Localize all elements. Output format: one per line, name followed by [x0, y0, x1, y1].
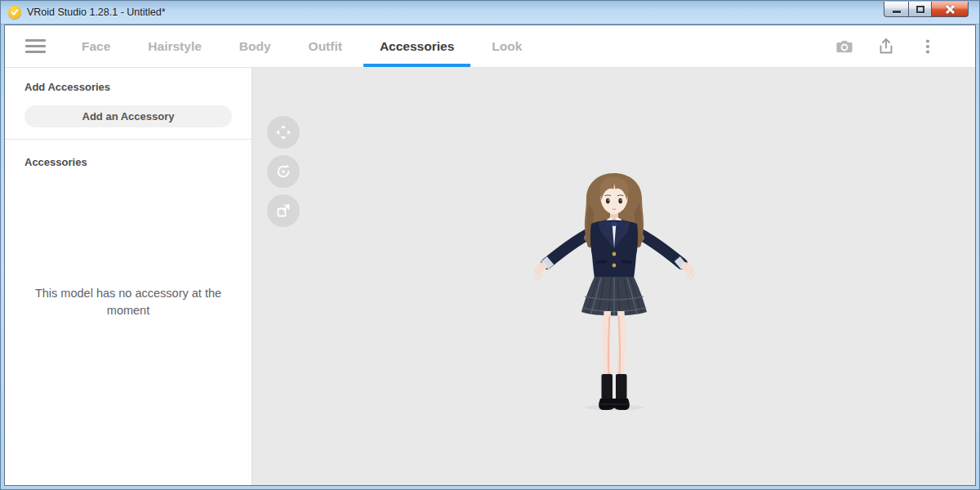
fit-view-button[interactable]: [267, 194, 300, 227]
model-viewport[interactable]: [252, 68, 975, 485]
export-button[interactable]: [876, 37, 896, 56]
tabbar-actions: [835, 25, 975, 67]
kebab-menu-icon: [918, 37, 938, 56]
tab-hairstyle[interactable]: Hairstyle: [131, 25, 217, 67]
rotate-icon: [274, 162, 293, 181]
accessories-list-heading: Accessories: [24, 156, 232, 168]
maximize-button[interactable]: [908, 2, 932, 17]
tab-body[interactable]: Body: [223, 25, 287, 67]
add-accessory-button[interactable]: Add an Accessory: [24, 105, 232, 127]
app-content: Face Hairstyle Body Outfit Accessories L…: [4, 24, 976, 486]
tab-group: Face Hairstyle Body Outfit Accessories L…: [65, 25, 538, 67]
close-icon: [945, 4, 955, 14]
character-model[interactable]: [532, 172, 696, 411]
window-title: VRoid Studio 1.28.1 - Untitled*: [27, 7, 166, 18]
titlebar[interactable]: VRoid Studio 1.28.1 - Untitled*: [1, 1, 979, 24]
more-options-button[interactable]: [918, 37, 938, 56]
tab-outfit[interactable]: Outfit: [292, 25, 359, 67]
fit-view-icon: [274, 201, 293, 220]
export-share-icon: [876, 37, 896, 56]
tab-accessories[interactable]: Accessories: [363, 25, 470, 67]
maximize-icon: [916, 6, 924, 13]
tab-look[interactable]: Look: [475, 25, 538, 67]
camera-icon: [835, 37, 854, 56]
empty-accessories-message: This model has no accessory at the momen…: [30, 285, 226, 319]
minimize-icon: [893, 11, 901, 13]
main-tabbar: Face Hairstyle Body Outfit Accessories L…: [5, 25, 975, 68]
accessories-sidebar: Add Accessories Add an Accessory Accesso…: [5, 68, 252, 485]
add-accessories-heading: Add Accessories: [24, 81, 232, 93]
camera-button[interactable]: [835, 37, 854, 56]
move-icon: [274, 122, 293, 142]
hamburger-menu-button[interactable]: [5, 25, 65, 67]
move-model-button[interactable]: [267, 116, 300, 149]
hamburger-icon: [25, 36, 46, 56]
minimize-button[interactable]: [884, 2, 908, 17]
app-window: VRoid Studio 1.28.1 - Untitled* Face Hai…: [0, 0, 980, 490]
rotate-model-button[interactable]: [267, 155, 300, 188]
tab-face[interactable]: Face: [65, 25, 127, 67]
viewport-toolbar: [267, 116, 300, 227]
close-button[interactable]: [932, 2, 969, 17]
vroid-logo-icon: [8, 6, 21, 19]
